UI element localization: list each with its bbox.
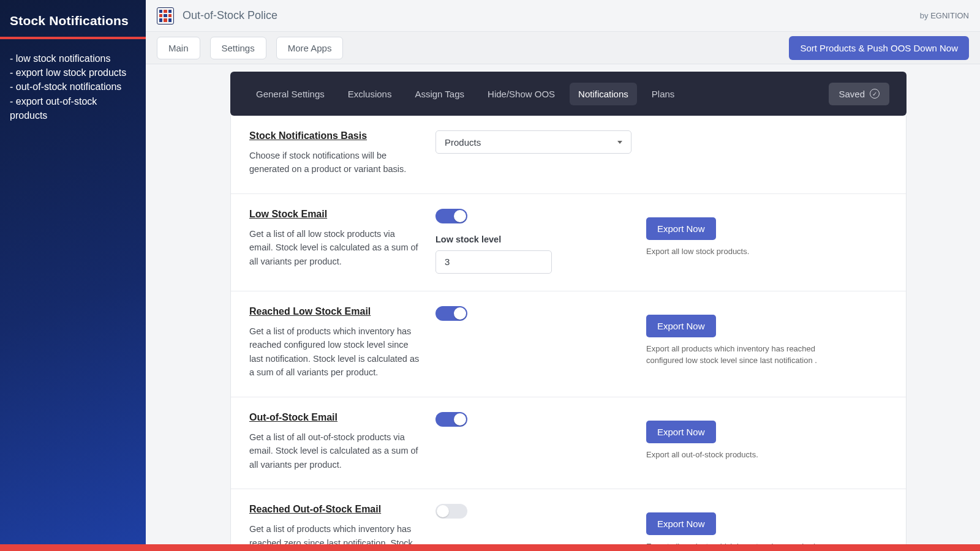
export-low-stock-button[interactable]: Export Now [646,217,716,240]
sidebar-item: export out-of-stock products [10,94,136,122]
tab-plans[interactable]: Plans [643,83,684,105]
tab-hide-show-oos[interactable]: Hide/Show OOS [479,83,564,105]
oos-title: Out-of-Stock Email [249,412,421,423]
sort-push-oos-button[interactable]: Sort Products & Push OOS Down Now [789,36,969,60]
section-basis: Stock Notifications Basis Choose if stoc… [231,116,906,194]
export-oos-hint: Export all out-of-stock products. [646,449,836,461]
export-reached-oos-button[interactable]: Export Now [646,512,716,535]
basis-select[interactable]: Products [435,130,631,154]
toolbar: Main Settings More Apps Sort Products & … [146,32,980,64]
section-reached-oos-email: Reached Out-of-Stock Email Get a list of… [231,489,906,544]
section-reached-low-stock-email: Reached Low Stock Email Get a list of pr… [231,291,906,397]
reached-low-desc: Get a list of products which inventory h… [249,324,421,380]
app-by-line: by EGNITION [920,11,969,20]
settings-button[interactable]: Settings [210,37,266,59]
section-low-stock-email: Low Stock Email Get a list of all low st… [231,194,906,291]
notifications-panel: Stock Notifications Basis Choose if stoc… [230,116,907,544]
export-reached-low-button[interactable]: Export Now [646,315,716,337]
reached-oos-title: Reached Out-of-Stock Email [249,504,421,515]
section-oos-email: Out-of-Stock Email Get a list of all out… [231,397,906,489]
basis-desc: Choose if stock notifications will be ge… [249,149,421,176]
app-logo-icon [157,7,174,24]
low-desc: Get a list of all low stock products via… [249,227,421,268]
content-scroll[interactable]: General Settings Exclusions Assign Tags … [146,64,980,544]
low-level-label: Low stock level [435,234,631,244]
app-bar: Out-of-Stock Police by EGNITION [146,0,980,32]
chevron-down-icon [617,141,622,144]
sidebar-title: Stock Notifications [10,13,136,28]
low-title: Low Stock Email [249,209,421,220]
tab-exclusions[interactable]: Exclusions [339,83,401,105]
tab-notifications[interactable]: Notifications [570,83,637,105]
sidebar-item: export low stock products [10,66,136,80]
promo-sidebar: Stock Notifications low stock notificati… [0,0,146,544]
sidebar-item: out-of-stock notifications [10,80,136,94]
low-level-input[interactable] [435,250,552,274]
more-apps-button[interactable]: More Apps [276,37,344,59]
reached-low-title: Reached Low Stock Email [249,306,421,317]
tab-general-settings[interactable]: General Settings [247,83,333,105]
bottom-accent-strip [0,544,980,551]
saved-indicator: Saved ✓ [829,83,889,105]
export-reached-low-hint: Export all products which inventory has … [646,343,836,367]
sidebar-rule [0,37,146,39]
oos-toggle[interactable] [435,412,467,427]
export-oos-button[interactable]: Export Now [646,421,716,443]
oos-desc: Get a list of all out-of-stock products … [249,430,421,471]
reached-oos-desc: Get a list of products which inventory h… [249,522,421,544]
sidebar-item: low stock notifications [10,51,136,66]
low-stock-toggle[interactable] [435,209,467,223]
reached-oos-toggle[interactable] [435,504,467,519]
by-brand: EGNITION [930,11,969,20]
tab-assign-tags[interactable]: Assign Tags [406,83,473,105]
basis-select-value: Products [445,137,481,148]
reached-low-toggle[interactable] [435,306,467,321]
saved-label: Saved [839,89,865,99]
export-low-hint: Export all low stock products. [646,246,836,258]
app-title: Out-of-Stock Police [183,9,277,22]
settings-tab-bar: General Settings Exclusions Assign Tags … [230,72,907,116]
sidebar-feature-list: low stock notifications export low stock… [10,51,136,122]
main-button[interactable]: Main [157,37,200,59]
check-circle-icon: ✓ [870,89,880,99]
by-prefix: by [920,11,930,20]
basis-title: Stock Notifications Basis [249,130,421,141]
main-area: Out-of-Stock Police by EGNITION Main Set… [146,0,980,544]
